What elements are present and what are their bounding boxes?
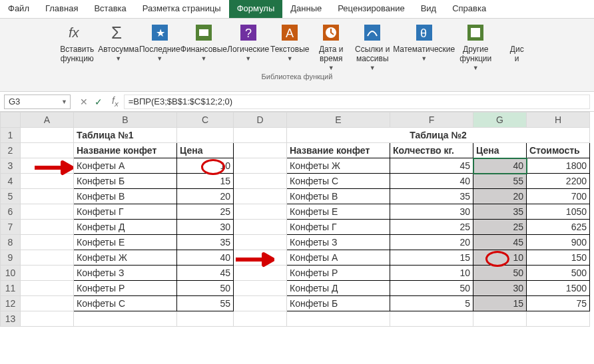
cell-E5[interactable]: Конфеты В [287, 189, 390, 204]
cell-B6[interactable]: Конфеты Г [74, 204, 177, 220]
cell-F4[interactable]: 40 [390, 174, 473, 189]
ribbon-button-0[interactable]: fxВставитьфункцию [57, 21, 98, 71]
cell-B10[interactable]: Конфеты З [74, 266, 177, 281]
cell-H11[interactable]: 1500 [527, 281, 590, 296]
cell-A11[interactable] [21, 281, 74, 296]
cell-B8[interactable]: Конфеты Е [74, 235, 177, 250]
cell-C6[interactable]: 25 [177, 204, 234, 220]
formula-input[interactable]: =ВПР(E3;$B$1:$C$12;2;0) [124, 94, 590, 109]
cell-G6[interactable]: 35 [473, 204, 527, 220]
cell-C3[interactable]: 10 [177, 158, 234, 174]
cell-A12[interactable] [21, 296, 74, 311]
cell-C10[interactable]: 45 [177, 266, 234, 281]
cell-F13[interactable] [390, 311, 473, 327]
row-header-4[interactable]: 4 [1, 174, 21, 189]
cell-B13[interactable] [74, 311, 177, 327]
ribbon-button-3[interactable]: Финансовые▼ [180, 21, 227, 71]
col-header-G[interactable]: G [473, 112, 527, 128]
cell-H4[interactable]: 2200 [527, 174, 590, 189]
cell-D8[interactable] [234, 235, 287, 250]
ribbon-button-1[interactable]: ΣАвтосумма▼ [98, 21, 139, 71]
cell-G3[interactable]: 40 [473, 158, 527, 174]
cell-E6[interactable]: Конфеты Е [287, 204, 390, 220]
accept-icon[interactable]: ✓ [95, 96, 103, 107]
select-all[interactable] [1, 112, 21, 128]
cell-A5[interactable] [21, 189, 74, 204]
cell-B2[interactable]: Название конфет [74, 143, 177, 158]
cell-F9[interactable]: 15 [390, 250, 473, 266]
cell-D6[interactable] [234, 204, 287, 220]
cell-B9[interactable]: Конфеты Ж [74, 250, 177, 266]
cell-C7[interactable]: 30 [177, 220, 234, 235]
row-header-6[interactable]: 6 [1, 204, 21, 220]
cell-B7[interactable]: Конфеты Д [74, 220, 177, 235]
col-header-A[interactable]: A [21, 112, 74, 128]
fx-icon[interactable]: fx [112, 95, 119, 108]
cell-E1[interactable]: Таблица №2 [287, 128, 590, 143]
ribbon-button-9[interactable]: Другиефункции▼ [455, 21, 496, 71]
row-header-5[interactable]: 5 [1, 189, 21, 204]
cell-H7[interactable]: 625 [527, 220, 590, 235]
cell-H3[interactable]: 1800 [527, 158, 590, 174]
cell-G5[interactable]: 20 [473, 189, 527, 204]
grid[interactable]: ABCDEFGH 1Таблица №1Таблица №22Название … [0, 112, 590, 327]
cell-A10[interactable] [21, 266, 74, 281]
cell-F6[interactable]: 30 [390, 204, 473, 220]
menu-item-8[interactable]: Справка [444, 0, 494, 18]
row-header-8[interactable]: 8 [1, 235, 21, 250]
col-header-E[interactable]: E [287, 112, 390, 128]
cell-F3[interactable]: 45 [390, 158, 473, 174]
chevron-down-icon[interactable]: ▼ [61, 98, 67, 105]
cell-F11[interactable]: 50 [390, 281, 473, 296]
cell-G11[interactable]: 30 [473, 281, 527, 296]
cell-C12[interactable]: 55 [177, 296, 234, 311]
cell-B3[interactable]: Конфеты А [74, 158, 177, 174]
cell-C13[interactable] [177, 311, 234, 327]
row-header-3[interactable]: 3 [1, 158, 21, 174]
col-header-B[interactable]: B [74, 112, 177, 128]
cell-E3[interactable]: Конфеты Ж [287, 158, 390, 174]
cell-C9[interactable]: 40 [177, 250, 234, 266]
menu-item-4[interactable]: Формулы [229, 0, 283, 18]
cell-G13[interactable] [473, 311, 527, 327]
cell-A7[interactable] [21, 220, 74, 235]
ribbon-button-2[interactable]: ★Последние▼ [139, 21, 180, 71]
col-header-F[interactable]: F [390, 112, 473, 128]
cell-B11[interactable]: Конфеты Р [74, 281, 177, 296]
menu-item-2[interactable]: Вставка [86, 0, 134, 18]
cell-E9[interactable]: Конфеты А [287, 250, 390, 266]
cell-H6[interactable]: 1050 [527, 204, 590, 220]
name-box[interactable]: G3 ▼ [4, 94, 71, 109]
cell-D10[interactable] [234, 266, 287, 281]
cell-D1[interactable] [234, 128, 287, 143]
cell-C11[interactable]: 50 [177, 281, 234, 296]
cell-E11[interactable]: Конфеты Д [287, 281, 390, 296]
cell-D5[interactable] [234, 189, 287, 204]
cell-G4[interactable]: 55 [473, 174, 527, 189]
cell-C2[interactable]: Цена [177, 143, 234, 158]
ribbon-button-7[interactable]: Ссылки имассивы▼ [352, 21, 393, 71]
cell-H8[interactable]: 900 [527, 235, 590, 250]
cell-B12[interactable]: Конфеты С [74, 296, 177, 311]
cell-D3[interactable] [234, 158, 287, 174]
cell-D4[interactable] [234, 174, 287, 189]
row-header-13[interactable]: 13 [1, 311, 21, 327]
cell-F8[interactable]: 20 [390, 235, 473, 250]
cell-E4[interactable]: Конфеты С [287, 174, 390, 189]
cell-H5[interactable]: 700 [527, 189, 590, 204]
cell-H12[interactable]: 75 [527, 296, 590, 311]
cell-B5[interactable]: Конфеты В [74, 189, 177, 204]
cell-B4[interactable]: Конфеты Б [74, 174, 177, 189]
cell-H10[interactable]: 500 [527, 266, 590, 281]
col-header-C[interactable]: C [177, 112, 234, 128]
cell-F2[interactable]: Колчество кг. [390, 143, 473, 158]
row-header-12[interactable]: 12 [1, 296, 21, 311]
cell-A9[interactable] [21, 250, 74, 266]
cell-A2[interactable] [21, 143, 74, 158]
cell-E10[interactable]: Конфеты Р [287, 266, 390, 281]
cell-E13[interactable] [287, 311, 390, 327]
cell-A1[interactable] [21, 128, 74, 143]
row-header-9[interactable]: 9 [1, 250, 21, 266]
cell-D12[interactable] [234, 296, 287, 311]
cell-C5[interactable]: 20 [177, 189, 234, 204]
